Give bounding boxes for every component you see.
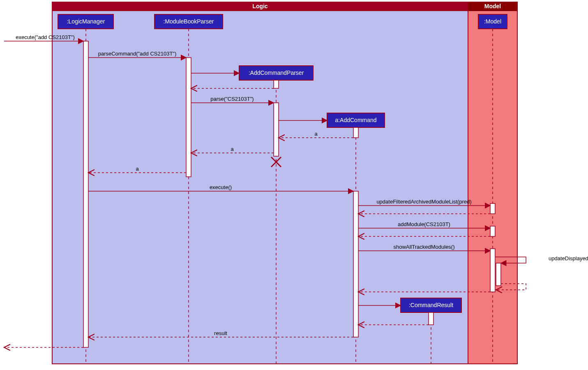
- label-commandresult: :CommandResult: [409, 302, 453, 308]
- lbl-updatefiltered: updateFilteredArchivedModuleList(pred): [376, 199, 471, 205]
- label-addcommand-parser: :AddCommandParser: [249, 69, 304, 76]
- activation-addcommand-parser-parse: [274, 103, 279, 156]
- activation-logic-manager: [83, 41, 88, 347]
- activation-addcommand-parser-create: [274, 80, 279, 88]
- lbl-ret-a2: a: [231, 146, 234, 152]
- activation-addcommand-execute: [353, 191, 358, 337]
- lbl-execute2: execute(): [210, 184, 232, 190]
- sequence-diagram: Logic Model :LogicManager :ModuleBookPar…: [0, 0, 588, 370]
- activation-model-1: [490, 204, 495, 214]
- lbl-result: result: [214, 330, 227, 336]
- lbl-parsecommand: parseCommand("add CS2103T"): [98, 51, 177, 57]
- activation-model-2: [490, 226, 495, 236]
- lbl-updatedisplayed: updateDisplayedList(): [549, 255, 588, 261]
- label-model: :Model: [484, 18, 501, 25]
- lbl-parse: parse("CS2103T"): [210, 96, 254, 102]
- activation-addcommand-create: [353, 127, 358, 138]
- lbl-ret-a1: a: [314, 131, 318, 137]
- activation-commandresult: [429, 312, 434, 325]
- lbl-addmodule: addModule(CS2103T): [398, 221, 450, 227]
- activation-model-3-inner: [496, 263, 501, 286]
- label-logic-manager: :LogicManager: [67, 18, 105, 25]
- lbl-execute-in: execute("add CS2103T"): [16, 34, 75, 40]
- lbl-showall: showAllTrackedModules(): [393, 244, 454, 250]
- label-modulebook-parser: :ModuleBookParser: [164, 18, 214, 25]
- lbl-ret-a3: a: [136, 166, 139, 172]
- activation-model-3: [490, 249, 495, 292]
- frame-model-title: Model: [484, 3, 501, 9]
- label-addcommand: a:AddCommand: [335, 117, 376, 123]
- activation-modulebook-parser: [186, 58, 191, 177]
- frame-logic-title: Logic: [252, 3, 268, 9]
